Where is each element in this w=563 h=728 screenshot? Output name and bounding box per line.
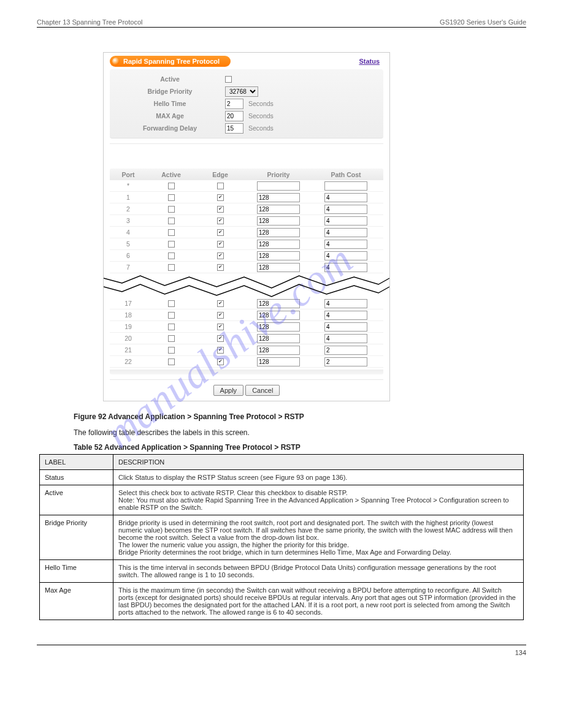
path-cost-input[interactable] bbox=[324, 357, 367, 366]
desc-text: Bridge priority is used in determining t… bbox=[113, 515, 524, 560]
description-table: LABEL DESCRIPTION StatusClick Status to … bbox=[39, 454, 524, 620]
forwarding-delay-label: Forwarding Delay bbox=[115, 124, 225, 132]
hello-time-input[interactable] bbox=[225, 99, 243, 109]
priority-input[interactable] bbox=[257, 240, 300, 249]
priority-input[interactable] bbox=[257, 263, 300, 272]
status-link[interactable]: Status bbox=[359, 58, 383, 65]
edge-checkbox[interactable] bbox=[217, 183, 224, 189]
port-cell: 2 bbox=[110, 205, 147, 213]
edge-checkbox[interactable]: ✔ bbox=[217, 194, 224, 201]
seconds-label: Seconds bbox=[248, 100, 274, 107]
desc-text: This is the time interval in seconds bet… bbox=[113, 560, 524, 583]
active-checkbox[interactable] bbox=[168, 264, 175, 271]
figure-caption: Figure 92 Advanced Application > Spannin… bbox=[74, 412, 489, 421]
edge-checkbox[interactable]: ✔ bbox=[217, 324, 224, 330]
active-checkbox[interactable] bbox=[168, 194, 175, 201]
edge-checkbox[interactable]: ✔ bbox=[217, 229, 224, 236]
priority-input[interactable] bbox=[257, 357, 300, 366]
bridge-priority-select[interactable]: 32768 bbox=[225, 86, 258, 97]
edge-checkbox[interactable]: ✔ bbox=[217, 264, 224, 271]
path-cost-input[interactable] bbox=[324, 334, 367, 343]
active-checkbox[interactable] bbox=[168, 358, 175, 365]
port-cell: 22 bbox=[110, 357, 147, 366]
path-cost-input[interactable] bbox=[324, 216, 367, 226]
apply-button[interactable]: Apply bbox=[213, 385, 244, 396]
priority-input[interactable] bbox=[257, 334, 300, 343]
priority-input[interactable] bbox=[257, 205, 300, 214]
desc-label: Bridge Priority bbox=[40, 515, 113, 560]
active-checkbox[interactable] bbox=[168, 312, 175, 319]
active-checkbox[interactable] bbox=[168, 252, 175, 259]
table-row: 4✔ bbox=[110, 227, 383, 238]
grid-header: Port Active Edge Priority Path Cost bbox=[110, 169, 383, 180]
desc-text: This is the maximum time (in seconds) th… bbox=[113, 583, 524, 620]
active-checkbox[interactable] bbox=[168, 218, 175, 224]
table-row: 22✔ bbox=[110, 356, 383, 368]
path-cost-input[interactable] bbox=[324, 322, 367, 332]
priority-input[interactable] bbox=[257, 299, 300, 308]
desc-text: Click Status to display the RSTP Status … bbox=[113, 470, 524, 485]
active-checkbox[interactable] bbox=[168, 300, 175, 307]
desc-label: Hello Time bbox=[40, 560, 113, 583]
edge-checkbox[interactable]: ✔ bbox=[217, 218, 224, 224]
edge-checkbox[interactable]: ✔ bbox=[217, 241, 224, 248]
panel-title: Rapid Spanning Tree Protocol bbox=[123, 58, 220, 65]
port-grid: Port Active Edge Priority Path Cost *1✔2… bbox=[110, 169, 383, 374]
path-cost-input[interactable] bbox=[324, 193, 367, 202]
header-right: GS1920 Series User's Guide bbox=[440, 18, 526, 26]
active-checkbox[interactable] bbox=[168, 241, 175, 248]
priority-input[interactable] bbox=[257, 311, 300, 320]
seconds-label: Seconds bbox=[248, 112, 274, 119]
desc-row: ActiveSelect this check box to activate … bbox=[40, 485, 524, 515]
priority-input[interactable] bbox=[257, 322, 300, 332]
active-checkbox[interactable] bbox=[225, 76, 232, 83]
path-cost-input[interactable] bbox=[324, 240, 367, 249]
max-age-input[interactable] bbox=[225, 111, 243, 121]
edge-checkbox[interactable]: ✔ bbox=[217, 206, 224, 213]
active-checkbox[interactable] bbox=[168, 229, 175, 236]
active-checkbox[interactable] bbox=[168, 183, 175, 189]
desc-row: Hello TimeThis is the time interval in s… bbox=[40, 560, 524, 583]
priority-input[interactable] bbox=[257, 251, 300, 260]
port-cell: 18 bbox=[110, 311, 147, 319]
path-cost-input[interactable] bbox=[324, 181, 367, 191]
path-cost-input[interactable] bbox=[324, 251, 367, 260]
priority-input[interactable] bbox=[257, 228, 300, 237]
col-priority: Priority bbox=[245, 170, 312, 179]
cancel-button[interactable]: Cancel bbox=[245, 385, 280, 396]
path-cost-input[interactable] bbox=[324, 299, 367, 308]
desc-label: Status bbox=[40, 470, 113, 485]
desc-row: Max AgeThis is the maximum time (in seco… bbox=[40, 583, 524, 620]
edge-checkbox[interactable]: ✔ bbox=[217, 358, 224, 365]
edge-checkbox[interactable]: ✔ bbox=[217, 347, 224, 354]
desc-row: StatusClick Status to display the RSTP S… bbox=[40, 470, 524, 485]
table-caption: Table 52 Advanced Application > Spanning… bbox=[74, 443, 489, 452]
max-age-label: MAX Age bbox=[115, 112, 225, 119]
edge-checkbox[interactable]: ✔ bbox=[217, 300, 224, 307]
edge-checkbox[interactable]: ✔ bbox=[217, 312, 224, 319]
divider bbox=[110, 379, 383, 380]
path-cost-input[interactable] bbox=[324, 228, 367, 237]
edge-checkbox[interactable]: ✔ bbox=[217, 252, 224, 259]
table-row: 3✔ bbox=[110, 215, 383, 227]
priority-input[interactable] bbox=[257, 181, 300, 191]
path-cost-input[interactable] bbox=[324, 205, 367, 214]
col-port: Port bbox=[110, 170, 147, 179]
path-cost-input[interactable] bbox=[324, 346, 367, 355]
forwarding-delay-input[interactable] bbox=[225, 123, 243, 134]
priority-input[interactable] bbox=[257, 193, 300, 202]
port-cell: 21 bbox=[110, 346, 147, 354]
active-checkbox[interactable] bbox=[168, 206, 175, 213]
edge-checkbox[interactable]: ✔ bbox=[217, 335, 224, 342]
table-row: 19✔ bbox=[110, 321, 383, 333]
active-checkbox[interactable] bbox=[168, 324, 175, 330]
col-edge: Edge bbox=[196, 170, 245, 179]
priority-input[interactable] bbox=[257, 346, 300, 355]
path-cost-input[interactable] bbox=[324, 311, 367, 320]
active-checkbox[interactable] bbox=[168, 335, 175, 342]
active-checkbox[interactable] bbox=[168, 347, 175, 354]
table-row: 20✔ bbox=[110, 333, 383, 344]
port-cell: 3 bbox=[110, 216, 147, 225]
priority-input[interactable] bbox=[257, 216, 300, 226]
path-cost-input[interactable] bbox=[324, 263, 367, 272]
